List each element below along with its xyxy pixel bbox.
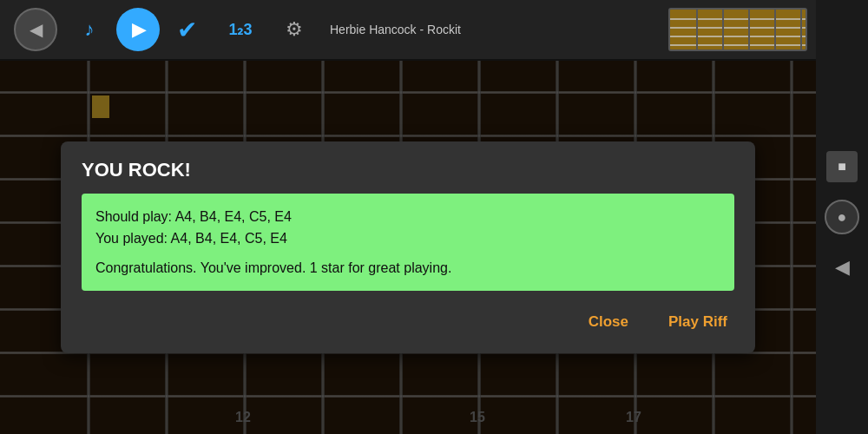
play-button[interactable]: ▶	[116, 8, 160, 51]
settings-button[interactable]: ⚙	[273, 8, 316, 51]
right-sidebar: ■ ● ◀	[816, 0, 868, 434]
check-button[interactable]: ✔	[165, 8, 208, 51]
mini-fret	[696, 10, 698, 49]
play-riff-button[interactable]: Play Riff	[661, 308, 734, 336]
dialog-title: YOU ROCK!	[82, 159, 734, 181]
congrats-text: Congratulations. You've improved. 1 star…	[95, 257, 720, 279]
close-button[interactable]: Close	[582, 308, 635, 336]
dialog-actions: Close Play Riff	[82, 305, 734, 336]
back-icon: ◀	[30, 19, 43, 40]
toolbar: ◀ ♪ ▶ ✔ 1₂3 ⚙ Herbie Hancock - Rockit	[0, 0, 816, 61]
gear-icon: ⚙	[286, 18, 303, 41]
mini-fret	[722, 10, 724, 49]
back-nav-button[interactable]: ◀	[826, 252, 858, 283]
check-icon: ✔	[177, 16, 197, 44]
mini-fret	[748, 10, 750, 49]
mini-fret	[800, 10, 802, 49]
mini-fret	[774, 10, 776, 49]
mini-string	[670, 18, 806, 20]
square-icon: ■	[838, 159, 846, 174]
mini-string	[670, 44, 806, 46]
circle-icon: ●	[838, 208, 847, 227]
mini-string	[670, 27, 806, 29]
square-button[interactable]: ■	[826, 151, 858, 182]
mini-string	[670, 36, 806, 37]
nums-icon: 1₂3	[228, 20, 252, 39]
circle-button[interactable]: ●	[825, 200, 859, 234]
result-dialog: YOU ROCK! Should play: A4, B4, E4, C5, E…	[61, 141, 755, 354]
music-button[interactable]: ♪	[68, 8, 111, 51]
play-icon: ▶	[132, 18, 147, 41]
nums-button[interactable]: 1₂3	[219, 8, 262, 51]
triangle-icon: ◀	[835, 256, 850, 279]
mini-fretboard	[668, 8, 807, 51]
back-button[interactable]: ◀	[14, 8, 57, 51]
dialog-content: Should play: A4, B4, E4, C5, E4 You play…	[82, 194, 734, 292]
you-played-text: You played: A4, B4, E4, C5, E4	[95, 227, 720, 250]
song-title: Herbie Hancock - Rockit	[330, 23, 668, 36]
music-icon: ♪	[85, 18, 95, 41]
dialog-overlay: YOU ROCK! Should play: A4, B4, E4, C5, E…	[0, 61, 816, 434]
should-play-text: Should play: A4, B4, E4, C5, E4	[95, 206, 720, 228]
